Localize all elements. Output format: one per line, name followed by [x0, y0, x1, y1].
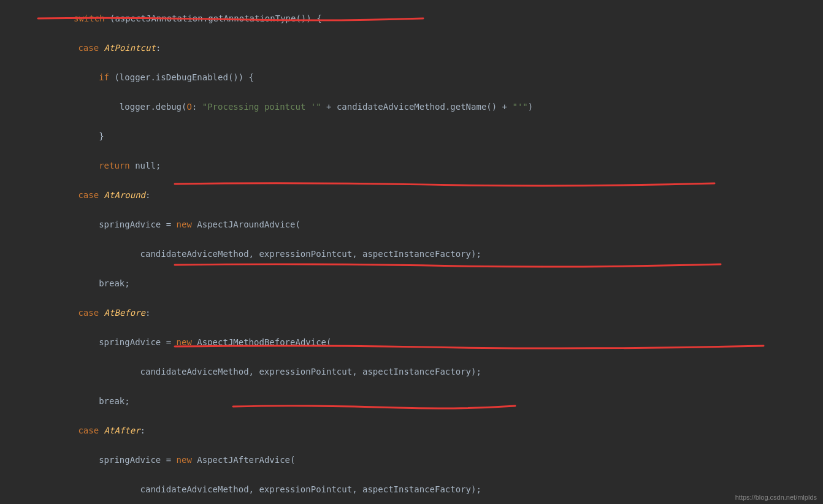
keyword-case-1: case: [78, 43, 99, 53]
line-11: case AtBefore:: [37, 305, 823, 320]
line-8: springAdvice = new AspectJAroundAdvice(: [37, 217, 823, 232]
line-17: candidateAdviceMethod, expressionPointcu…: [37, 482, 823, 497]
keyword-switch: switch: [74, 13, 105, 23]
keyword-new-2: new: [177, 337, 192, 347]
param-O: O: [186, 102, 191, 112]
line-1: switch (aspectJAnnotation.getAnnotationT…: [37, 11, 823, 26]
line-6: return null;: [37, 158, 823, 173]
code-editor: switch (aspectJAnnotation.getAnnotationT…: [0, 0, 823, 504]
line-4: logger.debug(O: "Processing pointcut '" …: [37, 99, 823, 114]
case-label-atbefore: AtBefore: [104, 308, 145, 318]
code-content: switch (aspectJAnnotation.getAnnotationT…: [0, 6, 823, 504]
line-14: break;: [37, 394, 823, 408]
keyword-if-1: if: [99, 72, 109, 82]
keyword-case-4: case: [78, 426, 99, 435]
line-7: case AtAround:: [37, 188, 823, 202]
case-label-atafter: AtAfter: [104, 426, 140, 435]
keyword-return: return: [99, 161, 130, 170]
keyword-case-3: case: [78, 308, 99, 318]
keyword-new-1: new: [177, 220, 192, 229]
line-15: case AtAfter:: [37, 423, 823, 438]
keyword-case-2: case: [78, 190, 99, 200]
case-label-atpointcut: AtPointcut: [104, 43, 156, 53]
watermark: https://blog.csdn.net/mlplds: [735, 494, 817, 501]
line-12: springAdvice = new AspectJMethodBeforeAd…: [37, 335, 823, 349]
keyword-new-3: new: [177, 455, 192, 465]
string-processing: "Processing pointcut '": [202, 102, 321, 112]
line-9: candidateAdviceMethod, expressionPointcu…: [37, 246, 823, 261]
case-label-ataround: AtAround: [104, 190, 145, 200]
line-5: }: [37, 129, 823, 143]
line-16: springAdvice = new AspectJAfterAdvice(: [37, 452, 823, 467]
string-quote: "'": [512, 102, 527, 112]
line-13: candidateAdviceMethod, expressionPointcu…: [37, 364, 823, 379]
line-2: case AtPointcut:: [37, 40, 823, 55]
line-10: break;: [37, 276, 823, 291]
line-3: if (logger.isDebugEnabled()) {: [37, 70, 823, 85]
